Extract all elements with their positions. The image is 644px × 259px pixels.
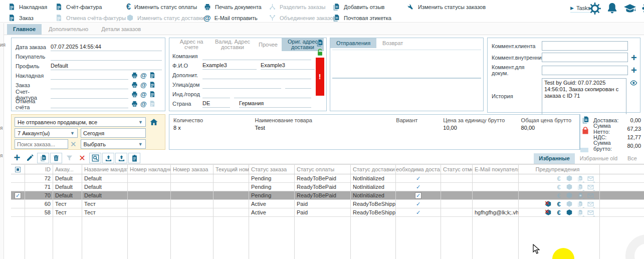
history-text[interactable]: Test by Guid: 07.07.2025 14:56:01, Заказ… xyxy=(542,78,626,115)
view-tab-favorites[interactable]: Избранные xyxy=(534,153,575,164)
euro-icon[interactable]: € xyxy=(555,200,563,208)
select-dropdown[interactable]: Выбрать▼ xyxy=(81,139,146,149)
envelope-star-icon[interactable]: ★ xyxy=(586,192,594,199)
package-icon[interactable] xyxy=(565,192,573,199)
country-code-field[interactable] xyxy=(202,100,230,108)
add-button[interactable]: + xyxy=(11,153,23,163)
accounts-dropdown[interactable]: 7 Аккаунт(ы)▼ xyxy=(15,128,78,138)
tasks-button[interactable]: ▶Tasks xyxy=(570,5,590,13)
email-icon[interactable]: @ xyxy=(140,81,147,89)
document-comment-field[interactable] xyxy=(542,66,628,75)
table-row-selected[interactable]: ✓ 70 Default Default Pending ReadyToBePa… xyxy=(11,191,644,200)
copy-address-icon[interactable] xyxy=(316,39,324,47)
eye-icon[interactable] xyxy=(629,79,638,87)
paste-button[interactable] xyxy=(128,153,140,163)
order-item-row[interactable]: 8 x Test 10,00 80,00 xyxy=(173,125,575,131)
document-icon[interactable] xyxy=(149,72,156,79)
col-header[interactable]: Номер заказа xyxy=(171,165,213,174)
gear-icon[interactable] xyxy=(641,2,644,16)
euro-icon[interactable]: € xyxy=(555,183,563,191)
toolbar-add-review-button[interactable]: Добавить отзыв xyxy=(332,2,391,12)
tab-billing-address[interactable]: Адрес на счете xyxy=(172,38,210,51)
toolbar-invoice-note-button[interactable]: Накладная xyxy=(8,2,47,12)
euro-icon[interactable]: € xyxy=(555,175,563,182)
edit-button[interactable] xyxy=(24,153,36,163)
email-icon[interactable]: @ xyxy=(140,72,147,79)
envelope-star-icon[interactable]: ★ xyxy=(586,183,594,191)
email-icon[interactable]: @ xyxy=(140,91,147,98)
house-field[interactable] xyxy=(285,81,311,89)
row-select-cell[interactable] xyxy=(11,174,25,182)
toolbar-order-button[interactable]: Заказ xyxy=(8,13,47,23)
package-error-icon[interactable]: ✕ xyxy=(544,200,552,208)
export-button[interactable] xyxy=(115,153,127,163)
delivery-note-field[interactable] xyxy=(51,72,128,80)
home-icon[interactable] xyxy=(149,118,159,127)
package-dark-icon[interactable] xyxy=(565,209,573,216)
toolbar-invoice-button[interactable]: Счёт-фактура xyxy=(55,2,126,12)
envelope-star-icon[interactable]: ★ xyxy=(586,209,594,216)
clear-search-icon[interactable]: ✕ xyxy=(70,140,77,149)
document-icon[interactable] xyxy=(581,116,590,124)
invoice-field[interactable] xyxy=(51,91,128,99)
company-field[interactable] xyxy=(202,52,311,60)
checkbox-checked[interactable]: ✓ xyxy=(15,192,21,199)
shipping-status-dropdown[interactable]: Не отправлено продавцом, все▼ xyxy=(15,117,146,127)
city-field[interactable] xyxy=(234,90,311,98)
package-icon[interactable] xyxy=(565,183,573,191)
table-row[interactable]: 72 Default Default Pending ReadyToBePaid… xyxy=(11,174,644,183)
toolbar-change-order-statuses-button[interactable]: Изменить статусы заказов xyxy=(407,2,486,12)
import-button[interactable] xyxy=(102,153,114,163)
tab-shipments[interactable]: Отправления xyxy=(330,38,376,48)
row-select-cell[interactable] xyxy=(11,208,25,216)
toolbar-cancel-invoice-button[interactable]: Отмена счёта-фактуры xyxy=(55,13,126,23)
clear-button[interactable]: ✕ xyxy=(76,153,88,163)
buyer-field[interactable] xyxy=(51,53,162,61)
tab-additional[interactable]: Дополнительно xyxy=(43,24,94,35)
table-row[interactable]: 60 Тест Тест Active Paid ReadyToBeShippe… xyxy=(11,200,644,208)
last-name-field[interactable] xyxy=(261,62,315,70)
print-icon[interactable] xyxy=(131,72,138,79)
toolbar-print-document-button[interactable]: Печать документа xyxy=(203,2,262,12)
col-header[interactable]: Статус отмены xyxy=(441,165,473,174)
date-filter-field[interactable] xyxy=(81,128,146,138)
col-header[interactable]: Номер накладной xyxy=(128,165,171,174)
document-icon[interactable] xyxy=(149,81,156,88)
view-tab-favorites-old[interactable]: Избранные old xyxy=(575,153,622,164)
copy-doc-star-icon[interactable]: ★ xyxy=(576,192,584,199)
street-field[interactable] xyxy=(202,81,281,89)
delete-button[interactable] xyxy=(50,153,62,163)
col-header[interactable]: Текущий ном... xyxy=(213,165,249,174)
col-header[interactable]: Аккау... xyxy=(53,165,82,174)
order-search-input[interactable] xyxy=(15,139,68,149)
document-icon[interactable] xyxy=(149,91,156,98)
tab-order-details[interactable]: Детали заказов xyxy=(95,24,147,35)
email-icon[interactable]: @ xyxy=(140,100,147,108)
tab-main[interactable]: Главное xyxy=(7,24,42,35)
toolbar-change-payment-status-button[interactable]: €Изменить статус оплаты xyxy=(126,2,204,12)
table-row[interactable]: 71 Default Default Pending ReadyToBePaid… xyxy=(11,183,644,191)
col-header[interactable]: Предупреждения xyxy=(519,165,600,174)
row-select-cell[interactable] xyxy=(11,183,25,191)
invoice-cancel-field[interactable] xyxy=(51,100,128,108)
view-tab-all[interactable]: Все xyxy=(622,153,642,164)
envelope-star-icon[interactable]: ★ xyxy=(586,200,594,208)
bell-icon[interactable] xyxy=(606,2,618,15)
copy-doc-star-icon[interactable]: ★ xyxy=(576,209,584,216)
add-internal-comment-button[interactable]: + xyxy=(631,54,637,61)
country-name-field[interactable] xyxy=(239,100,311,108)
graduation-cap-icon[interactable] xyxy=(623,2,637,15)
col-header[interactable]: Статус доставки xyxy=(351,165,396,174)
print-icon[interactable] xyxy=(131,100,138,108)
zip-field[interactable] xyxy=(202,90,230,98)
col-header[interactable]: E-Mail покупателя xyxy=(473,165,519,174)
copy-doc-star-icon[interactable]: ★ xyxy=(576,183,584,191)
package-icon[interactable] xyxy=(565,175,573,182)
row-select-cell[interactable]: ✓ xyxy=(11,191,25,199)
additional-field[interactable] xyxy=(202,71,311,79)
col-header[interactable]: Название мандата xyxy=(82,165,128,174)
tab-other[interactable]: Прочее xyxy=(255,38,282,51)
copy-doc-star-icon[interactable]: ★ xyxy=(576,175,584,182)
package-error-icon[interactable]: ✕ xyxy=(544,209,552,216)
package-icon[interactable] xyxy=(565,200,573,208)
